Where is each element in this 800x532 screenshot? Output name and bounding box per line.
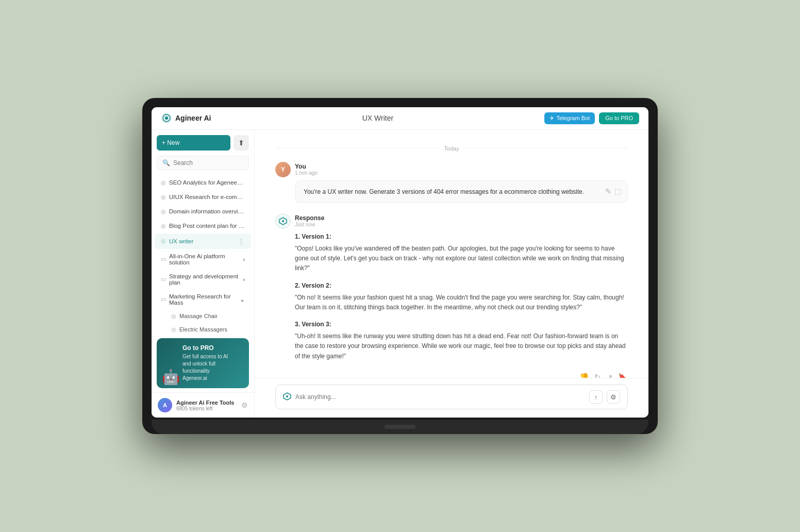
edit-icon[interactable]: ✎	[605, 186, 611, 197]
settings-icon[interactable]: ⚙	[241, 401, 248, 409]
sidebar: + New ⬆ 🔍 ◎ SEO Analytics for Ageneer cl…	[152, 130, 255, 418]
thumbs-down-icon[interactable]: 👎	[579, 373, 589, 378]
promo-box[interactable]: 🤖 Go to PRO Get full access to AI and un…	[157, 338, 249, 388]
laptop-frame: Agineer Ai UX Writer ✈ Telegram Bot Go t…	[142, 98, 658, 435]
sidebar-item-label: Blog Post content plan for 3 mo	[169, 223, 245, 229]
version-2-label: 2. Version 2:	[295, 281, 628, 291]
chat-input[interactable]	[295, 393, 585, 401]
item-icon: ◎	[161, 238, 166, 244]
response-time: Just now	[295, 222, 324, 227]
sidebar-item-label: UX writer	[169, 238, 235, 244]
message-header: Y You 1 min ago	[275, 162, 628, 177]
sidebar-item-label: Domain information overview	[169, 208, 245, 214]
promo-desc: Get full access to AI and unlock full fu…	[182, 353, 243, 382]
version-1-text: "Oops! Looks like you've wandered off th…	[295, 244, 628, 274]
msg-meta: You 1 min ago	[295, 163, 318, 176]
send-up-button[interactable]: ↑	[589, 390, 603, 404]
sidebar-item-uiux[interactable]: ◎ UIUX Research for e-commerc	[155, 190, 251, 204]
folder-icon: ▭	[161, 256, 166, 262]
top-actions: ✈ Telegram Bot Go to PRO	[544, 112, 639, 124]
laptop-notch	[385, 425, 415, 429]
folder-icon: ▭	[161, 296, 166, 303]
copy-icon[interactable]: ⬚	[614, 186, 621, 197]
chevron-right-icon: ›	[243, 256, 245, 262]
sidebar-item-label: All-in-One Ai platform solution	[169, 253, 240, 265]
search-icon: 🔍	[162, 159, 170, 167]
date-divider: Today	[275, 145, 628, 152]
sidebar-item-domain[interactable]: ◎ Domain information overview	[155, 205, 251, 219]
svg-point-6	[286, 395, 288, 397]
version-1: 1. Version 1: "Oops! Looks like you've w…	[295, 232, 628, 274]
telegram-button[interactable]: ✈ Telegram Bot	[544, 112, 595, 124]
input-icon	[283, 392, 291, 402]
response-header: Response Just now	[275, 213, 628, 229]
response-meta: Response Just now	[295, 214, 324, 227]
sidebar-subitem-electric-massagers[interactable]: ◎ Electric Massagers	[155, 323, 251, 335]
sidebar-user[interactable]: A Agineer Ai Free Tools 6805 tokens left…	[152, 392, 254, 418]
version-3-text: "Uh-oh! It seems like the runway you wer…	[295, 331, 628, 361]
item-icon: ◎	[161, 223, 166, 229]
refresh-icon[interactable]: ↻	[594, 373, 601, 378]
sidebar-item-seo[interactable]: ◎ SEO Analytics for Ageneer clou	[155, 176, 251, 190]
chat-input-box[interactable]: ↑ ⚙	[275, 385, 628, 409]
user-info: Agineer Ai Free Tools 6805 tokens left	[176, 400, 237, 411]
chevron-right-icon: ›	[243, 276, 245, 282]
user-avatar-icon: Y	[275, 162, 291, 177]
sidebar-item-uxwriter[interactable]: ◎ UX writer ⋮	[155, 234, 251, 249]
sidebar-item-label: Strategy and development plan	[169, 273, 240, 286]
sidebar-item-label: Marketing Research for Mass	[169, 293, 237, 306]
response-message-block: Response Just now 1. Version 1: "Oops! L…	[275, 213, 628, 378]
laptop-bottom	[152, 420, 648, 434]
sidebar-item-allinone[interactable]: ▭ All-in-One Ai platform solution ›	[155, 250, 251, 269]
go-to-pro-button[interactable]: Go to PRO	[599, 112, 639, 124]
folder-icon: ⬆	[238, 139, 244, 147]
version-2-text: "Oh no! It seems like your fashion quest…	[295, 293, 628, 312]
logo-icon	[161, 112, 172, 124]
sidebar-subitem-massage-chair[interactable]: ◎ Massage Chair	[155, 310, 251, 323]
svg-point-4	[282, 220, 284, 222]
new-chat-button[interactable]: + New	[157, 135, 230, 151]
user-name: Agineer Ai Free Tools	[176, 400, 237, 406]
folder-button[interactable]: ⬆	[234, 135, 249, 151]
svg-point-2	[165, 117, 168, 120]
version-3-label: 3. Version 3:	[295, 320, 628, 329]
item-icon: ◎	[161, 208, 166, 215]
message-actions: ✎ ⬚	[605, 186, 621, 197]
date-label: Today	[444, 145, 459, 152]
page-title: UX Writer	[362, 114, 393, 122]
sidebar-item-label: UIUX Research for e-commerc	[169, 194, 245, 200]
sidebar-item-label: SEO Analytics for Ageneer clou	[169, 179, 245, 186]
item-icon: ◎	[171, 313, 176, 320]
search-box[interactable]: 🔍	[157, 156, 249, 170]
share-icon[interactable]: ↗	[606, 373, 613, 378]
item-icon: ◎	[161, 194, 166, 201]
user-message-bubble: You're a UX writer now. Generate 3 versi…	[295, 180, 628, 203]
bot-avatar-icon	[275, 213, 291, 229]
user-avatar: A	[158, 398, 172, 412]
chat-input-area: ↑ ⚙	[255, 378, 648, 418]
logo-area: Agineer Ai	[161, 112, 211, 124]
sidebar-item-label: Electric Massagers	[179, 326, 227, 332]
item-icon: ◎	[161, 179, 166, 186]
telegram-icon: ✈	[549, 115, 554, 122]
sidebar-item-strategy[interactable]: ▭ Strategy and development plan ›	[155, 270, 251, 289]
promo-robot-icon: 🤖	[162, 369, 180, 386]
search-input[interactable]	[173, 159, 243, 167]
promo-title: Go to PRO	[182, 344, 243, 352]
main-area: + New ⬆ 🔍 ◎ SEO Analytics for Ageneer cl…	[152, 130, 648, 418]
version-2: 2. Version 2: "Oh no! It seems like your…	[295, 281, 628, 313]
sidebar-group-marketing[interactable]: ▭ Marketing Research for Mass ⌄	[155, 290, 251, 309]
message-time: 1 min ago	[295, 170, 318, 176]
bookmark-icon[interactable]: 🔖	[618, 373, 628, 378]
sidebar-item-blog[interactable]: ◎ Blog Post content plan for 3 mo	[155, 219, 251, 233]
input-actions: ↑ ⚙	[589, 390, 620, 404]
user-tokens: 6805 tokens left	[176, 406, 237, 411]
item-icon: ◎	[171, 326, 176, 333]
item-menu-dots[interactable]: ⋮	[238, 237, 245, 245]
settings-button[interactable]: ⚙	[607, 390, 620, 404]
user-message-block: Y You 1 min ago You're a UX writer now. …	[275, 162, 628, 203]
chat-messages: Today Y You 1 min ago	[255, 130, 648, 378]
sidebar-items: ◎ SEO Analytics for Ageneer clou ◎ UIUX …	[152, 173, 254, 335]
response-content: 1. Version 1: "Oops! Looks like you've w…	[295, 232, 628, 361]
sidebar-item-label: Massage Chair	[179, 313, 218, 319]
